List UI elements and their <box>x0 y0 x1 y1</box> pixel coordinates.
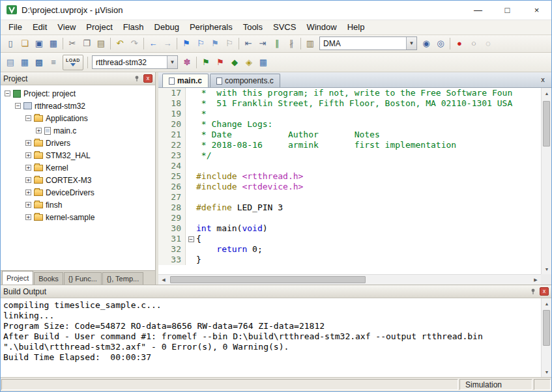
code-line[interactable]: 26#include <rtdevice.h> <box>158 182 541 192</box>
expander-plus-icon[interactable]: + <box>25 189 31 195</box>
panel-tab-project[interactable]: Project <box>2 271 33 285</box>
menu-file[interactable]: File <box>3 20 27 34</box>
code-line[interactable]: 22 * 2018-08-16 armink first implementat… <box>158 140 541 150</box>
tree-item-drivers[interactable]: +Drivers <box>1 137 155 149</box>
code-line[interactable]: 25#include <rtthread.h> <box>158 171 541 182</box>
cut-icon[interactable]: ✂ <box>65 36 80 50</box>
code-line[interactable]: 17 * with this program; if not, write to… <box>158 88 541 98</box>
tree-item-main-c[interactable]: +main.c <box>1 124 155 137</box>
clear-bookmarks-icon[interactable]: ⚐ <box>222 36 237 50</box>
expander-plus-icon[interactable]: + <box>25 214 31 220</box>
target-select[interactable]: rtthread-stm32▼ <box>92 55 178 69</box>
navigate-back-icon[interactable]: ← <box>146 36 160 50</box>
comment-icon[interactable]: ∥ <box>270 36 284 50</box>
menu-window[interactable]: Window <box>301 20 341 34</box>
code-line[interactable]: 31−{ <box>158 234 541 244</box>
code-line[interactable]: 19 * <box>158 109 541 119</box>
menu-project[interactable]: Project <box>81 20 117 34</box>
rebuild-icon[interactable]: ▩ <box>32 55 46 69</box>
menu-tools[interactable]: Tools <box>238 20 268 34</box>
diamond-yellow-icon[interactable]: ◈ <box>242 55 256 69</box>
panel-tab-books[interactable]: Books <box>34 272 63 285</box>
build-vscroll-track[interactable] <box>542 309 551 367</box>
minimize-button[interactable]: — <box>463 1 493 20</box>
panel-tab--func-[interactable]: {} Func... <box>64 272 102 285</box>
expander-minus-icon[interactable]: − <box>5 91 10 96</box>
code-lines[interactable]: 17 * with this program; if not, write to… <box>158 88 541 274</box>
find-icon[interactable]: ◉ <box>419 36 433 50</box>
panel-tab--temp-[interactable]: {}, Temp... <box>102 272 143 285</box>
tree-item-stm32-hal[interactable]: +STM32_HAL <box>1 149 155 161</box>
pin-icon[interactable] <box>529 287 538 296</box>
expander-plus-icon[interactable]: + <box>36 128 42 133</box>
flag-red-icon[interactable]: ⚑ <box>213 55 227 69</box>
navigate-forward-icon[interactable]: → <box>160 36 175 50</box>
tree-item-rtthread-stm32[interactable]: −rtthread-stm32 <box>1 100 155 112</box>
batch-build-icon[interactable]: ≡ <box>46 55 61 69</box>
expander-plus-icon[interactable]: + <box>25 165 31 171</box>
target-options-icon[interactable]: ✽ <box>180 55 194 69</box>
chevron-down-icon[interactable]: ▼ <box>406 37 416 49</box>
scroll-up-icon[interactable]: ▲ <box>542 88 552 98</box>
incremental-find-icon[interactable]: ◎ <box>433 36 448 50</box>
menu-debug[interactable]: Debug <box>149 20 184 34</box>
code-line[interactable]: 33} <box>158 255 541 265</box>
pin-icon[interactable] <box>132 74 141 83</box>
translate-icon[interactable]: ▤ <box>3 55 18 69</box>
menu-help[interactable]: Help <box>342 20 370 34</box>
scroll-down-icon[interactable]: ▼ <box>542 264 552 274</box>
find-in-files-icon[interactable]: ▥ <box>303 36 317 50</box>
fold-minus-icon[interactable]: − <box>188 236 194 242</box>
build-icon[interactable]: ▦ <box>18 55 32 69</box>
code-line[interactable]: 32 return 0; <box>158 244 541 255</box>
prev-bookmark-icon[interactable]: ⚐ <box>194 36 208 50</box>
scroll-right-icon[interactable]: ▶ <box>530 275 541 285</box>
diamond-green-icon[interactable]: ◆ <box>227 55 242 69</box>
save-all-icon[interactable]: ▦ <box>46 36 61 50</box>
next-bookmark-icon[interactable]: ⚑ <box>208 36 222 50</box>
code-line[interactable]: 27 <box>158 192 541 203</box>
menu-flash[interactable]: Flash <box>118 20 149 34</box>
editor-hscroll-track[interactable] <box>169 275 530 285</box>
open-file-icon[interactable]: ❏ <box>18 36 32 50</box>
toggle-bookmark-icon[interactable]: ⚑ <box>179 36 194 50</box>
outdent-icon[interactable]: ⇤ <box>241 36 255 50</box>
editor-vscroll-track[interactable] <box>542 98 551 264</box>
debug-session-icon[interactable]: ● <box>452 36 467 50</box>
load-button[interactable]: LOAD <box>63 55 83 70</box>
redo-icon[interactable]: ↷ <box>127 36 141 50</box>
tree-item-kernel[interactable]: +Kernel <box>1 161 155 174</box>
menu-view[interactable]: View <box>52 20 81 34</box>
menu-edit[interactable]: Edit <box>27 20 52 34</box>
code-line[interactable]: 20 * Change Logs: <box>158 119 541 130</box>
code-line[interactable]: 21 * Date Author Notes <box>158 130 541 140</box>
code-line[interactable]: 29 <box>158 213 541 223</box>
new-file-icon[interactable]: ▯ <box>3 36 18 50</box>
tree-item-devicedrivers[interactable]: +DeviceDrivers <box>1 186 155 199</box>
menu-svcs[interactable]: SVCS <box>268 20 301 34</box>
tree-item-applications[interactable]: −Applications <box>1 112 155 124</box>
code-line[interactable]: 30int main(void) <box>158 223 541 234</box>
build-vscroll-thumb[interactable] <box>543 310 550 346</box>
undo-icon[interactable]: ↶ <box>113 36 127 50</box>
menu-peripherals[interactable]: Peripherals <box>184 20 238 34</box>
flag-green-icon[interactable]: ⚑ <box>199 55 213 69</box>
expander-plus-icon[interactable]: + <box>25 140 31 146</box>
search-combo[interactable]: DMA▼ <box>319 36 417 50</box>
scroll-up-icon[interactable]: ▲ <box>542 298 552 309</box>
chevron-down-icon[interactable]: ▼ <box>167 56 177 68</box>
build-vertical-scrollbar[interactable]: ▲ ▼ <box>541 298 551 377</box>
editor-tab-main-c[interactable]: main.c <box>162 74 209 87</box>
maximize-button[interactable]: □ <box>493 1 522 20</box>
fold-column[interactable]: − <box>186 234 196 244</box>
scroll-down-icon[interactable]: ▼ <box>542 367 552 377</box>
breakpoint-icon[interactable]: ○ <box>467 36 481 50</box>
project-panel-close-icon[interactable]: x <box>143 74 153 83</box>
tree-item-project-project[interactable]: −Project: project <box>1 87 155 100</box>
manage-windows-icon[interactable]: ▦ <box>256 55 270 69</box>
tree-item-cortex-m3[interactable]: +CORTEX-M3 <box>1 174 155 186</box>
editor-tab-components-c[interactable]: components.c <box>210 74 280 87</box>
build-output-text[interactable]: compiling timeslice_sample.c... linking.… <box>1 298 541 377</box>
editor-vscroll-thumb[interactable] <box>543 101 550 147</box>
expander-plus-icon[interactable]: + <box>25 177 31 183</box>
